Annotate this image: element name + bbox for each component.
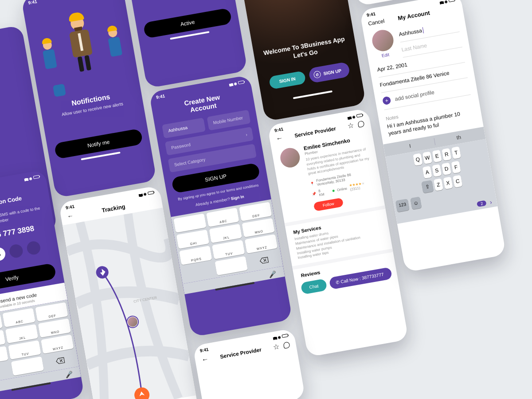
pin-icon: 📍 [309, 181, 314, 186]
profile-avatar [371, 28, 395, 53]
plus-icon: + [382, 96, 391, 106]
chevron-right-icon: › [245, 132, 247, 137]
key-5[interactable]: 5JKL [5, 324, 38, 344]
signal-icon [272, 335, 277, 340]
online-dot-icon [332, 189, 334, 192]
battery-icon [282, 334, 288, 338]
numbers-key[interactable]: 123 [395, 199, 410, 212]
key-8[interactable]: 8TUV [212, 240, 245, 259]
phone-icon: ✆ [336, 280, 340, 285]
phone-icon: ✆ [313, 70, 321, 79]
distance-icon: 📌 [312, 192, 317, 196]
signal-icon [24, 176, 28, 181]
key-7[interactable]: 7PQRS [179, 246, 212, 265]
key-9[interactable]: 9WXYZ [41, 335, 74, 354]
wifi-icon [143, 191, 147, 196]
chat-icon[interactable] [357, 120, 364, 127]
backspace-icon[interactable] [44, 351, 77, 370]
brand-name: SUZZA [0, 104, 36, 128]
signin-button[interactable]: SIGN IN [269, 70, 306, 90]
key-8[interactable]: 8TUV [8, 340, 41, 360]
wifi-icon [444, 0, 448, 4]
mic-icon[interactable]: 🎤 [64, 371, 73, 379]
chat-icon[interactable] [283, 341, 290, 348]
key-1[interactable]: 1 [173, 213, 206, 233]
star-outline-icon[interactable]: ☆ [272, 342, 280, 352]
wifi-icon [277, 334, 281, 340]
key-0[interactable]: 0 [11, 356, 44, 376]
wifi-icon [233, 81, 237, 86]
mic-icon[interactable]: 🎤 [268, 270, 277, 278]
emoji-key[interactable]: ☺ [410, 197, 422, 210]
signal-icon [347, 115, 352, 120]
key-5[interactable]: 5JKL [209, 224, 242, 243]
workers-illustration [24, 0, 140, 105]
key-4[interactable]: 4GHI [176, 230, 209, 249]
key-3[interactable]: 3DEF [239, 202, 272, 221]
shift-key[interactable]: ⇧ [421, 180, 434, 193]
signal-icon [138, 192, 143, 197]
wifi-icon [352, 114, 356, 119]
signal-icon [229, 82, 233, 87]
signup-button[interactable]: ✆ SIGN UP [308, 62, 351, 83]
key-9[interactable]: 9WXYZ [245, 234, 278, 254]
battery-icon [148, 191, 154, 195]
battery-icon [33, 175, 40, 179]
key-2[interactable]: 2ABC [206, 207, 239, 227]
signal-icon [439, 0, 444, 5]
battery-icon [449, 0, 455, 2]
backspace-icon[interactable] [247, 250, 280, 270]
star-outline-icon[interactable]: ☆ [347, 121, 354, 130]
wifi-icon [28, 176, 32, 181]
edit-photo-link[interactable]: Edit [375, 51, 396, 59]
badge: 2 [477, 200, 487, 207]
key-6[interactable]: 6MNO [242, 218, 274, 238]
key-6[interactable]: 6MNO [38, 318, 71, 338]
key-0[interactable]: 0 [215, 256, 247, 276]
home-indicator [293, 90, 332, 99]
provider-avatar [279, 146, 301, 169]
battery-icon [356, 113, 363, 117]
key-2[interactable]: 2ABC [2, 308, 35, 328]
chevron-right-icon[interactable]: › [489, 199, 493, 206]
key-3[interactable]: 3DEF [35, 302, 68, 322]
follow-button[interactable]: Follow [313, 198, 344, 211]
battery-icon [238, 80, 245, 84]
